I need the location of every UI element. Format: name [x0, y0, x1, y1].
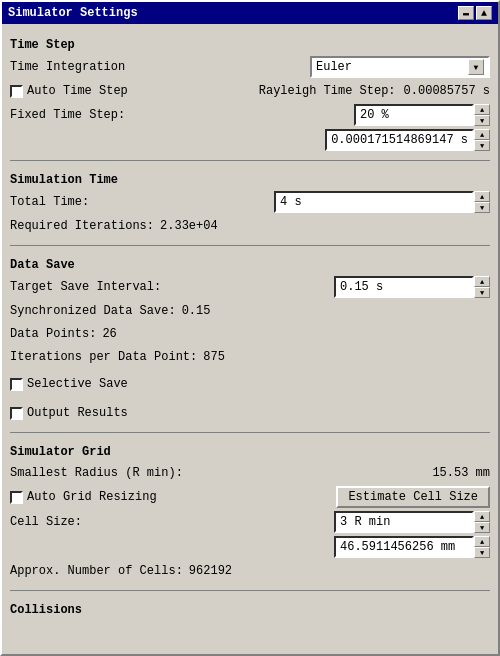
output-results-row: Output Results: [10, 403, 490, 423]
data-points-row: Data Points: 26: [10, 324, 490, 344]
fixed-time-value: 0.000171514869147 s: [331, 133, 468, 147]
cell-size-spinner-buttons: ▲ ▼: [474, 511, 490, 533]
target-save-spinner: 0.15 s ▲ ▼: [334, 276, 490, 298]
section-collisions: Collisions: [10, 603, 490, 617]
selective-save-checkbox[interactable]: [10, 378, 23, 391]
auto-grid-row: Auto Grid Resizing Estimate Cell Size: [10, 486, 490, 508]
cell-size-value: 3 R min: [340, 515, 390, 529]
total-time-down-btn[interactable]: ▼: [474, 202, 490, 213]
auto-time-step-label: Auto Time Step: [27, 84, 128, 98]
required-iterations-row: Required Iterations: 2.33e+04: [10, 216, 490, 236]
sync-data-label: Synchronized Data Save:: [10, 304, 176, 318]
fixed-pct-input[interactable]: 20 %: [354, 104, 474, 126]
approx-cells-value: 962192: [189, 564, 232, 578]
section-simulator-grid: Simulator Grid: [10, 445, 490, 459]
content-area: Time Step Time Integration Euler ▼ Auto …: [2, 24, 498, 654]
cell-size-mm-down-btn[interactable]: ▼: [474, 547, 490, 558]
auto-grid-checkbox[interactable]: [10, 491, 23, 504]
dropdown-arrow-icon: ▼: [468, 59, 484, 75]
cell-size-down-btn[interactable]: ▼: [474, 522, 490, 533]
approx-cells-row: Approx. Number of Cells: 962192: [10, 561, 490, 581]
approx-cells-label: Approx. Number of Cells:: [10, 564, 183, 578]
auto-time-step-checkbox[interactable]: [10, 85, 23, 98]
total-time-label: Total Time:: [10, 195, 89, 209]
data-points-label: Data Points:: [10, 327, 96, 341]
cell-size-spinner: 3 R min ▲ ▼: [334, 511, 490, 533]
maximize-button[interactable]: ▲: [476, 6, 492, 20]
auto-time-step-row: Auto Time Step Rayleigh Time Step: 0.000…: [10, 81, 490, 101]
divider-1: [10, 160, 490, 161]
fixed-time-step-label: Fixed Time Step:: [10, 108, 125, 122]
window-title: Simulator Settings: [8, 6, 138, 20]
section-time-step: Time Step: [10, 38, 490, 52]
selective-save-wrapper: Selective Save: [10, 377, 128, 391]
target-save-up-btn[interactable]: ▲: [474, 276, 490, 287]
output-results-label: Output Results: [27, 406, 128, 420]
target-save-row: Target Save Interval: 0.15 s ▲ ▼: [10, 276, 490, 298]
total-time-spinner: 4 s ▲ ▼: [274, 191, 490, 213]
time-integration-value: Euler: [316, 60, 352, 74]
data-points-value: 26: [102, 327, 116, 341]
selective-save-label: Selective Save: [27, 377, 128, 391]
fixed-time-input[interactable]: 0.000171514869147 s: [325, 129, 474, 151]
fixed-time-value-row: 0.000171514869147 s ▲ ▼: [10, 129, 490, 151]
time-integration-select[interactable]: Euler ▼: [310, 56, 490, 78]
output-results-wrapper: Output Results: [10, 406, 128, 420]
fixed-time-up-btn[interactable]: ▲: [474, 129, 490, 140]
total-time-spinner-buttons: ▲ ▼: [474, 191, 490, 213]
target-save-input[interactable]: 0.15 s: [334, 276, 474, 298]
fixed-time-spinner: 0.000171514869147 s ▲ ▼: [325, 129, 490, 151]
sync-data-value: 0.15: [182, 304, 211, 318]
target-save-value: 0.15 s: [340, 280, 383, 294]
fixed-pct-value: 20 %: [360, 108, 389, 122]
target-save-down-btn[interactable]: ▼: [474, 287, 490, 298]
time-integration-row: Time Integration Euler ▼: [10, 56, 490, 78]
cell-size-input[interactable]: 3 R min: [334, 511, 474, 533]
fixed-pct-up-btn[interactable]: ▲: [474, 104, 490, 115]
smallest-radius-label: Smallest Radius (R min):: [10, 466, 183, 480]
cell-size-row: Cell Size: 3 R min ▲ ▼: [10, 511, 490, 533]
output-results-checkbox[interactable]: [10, 407, 23, 420]
section-data-save: Data Save: [10, 258, 490, 272]
iterations-per-label: Iterations per Data Point:: [10, 350, 197, 364]
target-save-label: Target Save Interval:: [10, 280, 161, 294]
rayleigh-label: Rayleigh Time Step:: [259, 84, 396, 98]
total-time-up-btn[interactable]: ▲: [474, 191, 490, 202]
target-save-spinner-buttons: ▲ ▼: [474, 276, 490, 298]
cell-size-mm-row: 46.5911456256 mm ▲ ▼: [10, 536, 490, 558]
divider-4: [10, 590, 490, 591]
auto-grid-wrapper: Auto Grid Resizing: [10, 490, 157, 504]
cell-size-label: Cell Size:: [10, 515, 82, 529]
sync-data-row: Synchronized Data Save: 0.15: [10, 301, 490, 321]
auto-time-step-checkbox-wrapper: Auto Time Step: [10, 84, 128, 98]
fixed-time-step-row: Fixed Time Step: 20 % ▲ ▼: [10, 104, 490, 126]
time-integration-label: Time Integration: [10, 60, 170, 74]
fixed-time-spinner-buttons: ▲ ▼: [474, 129, 490, 151]
required-iterations-label: Required Iterations:: [10, 219, 154, 233]
rayleigh-value: 0.00085757 s: [404, 84, 490, 98]
section-simulation-time: Simulation Time: [10, 173, 490, 187]
window: Simulator Settings ▬ ▲ Time Step Time In…: [0, 0, 500, 656]
fixed-pct-spinner-buttons: ▲ ▼: [474, 104, 490, 126]
cell-size-mm-up-btn[interactable]: ▲: [474, 536, 490, 547]
fixed-pct-spinner: 20 % ▲ ▼: [354, 104, 490, 126]
total-time-row: Total Time: 4 s ▲ ▼: [10, 191, 490, 213]
cell-size-mm-input[interactable]: 46.5911456256 mm: [334, 536, 474, 558]
fixed-time-down-btn[interactable]: ▼: [474, 140, 490, 151]
required-iterations-value: 2.33e+04: [160, 219, 218, 233]
minimize-button[interactable]: ▬: [458, 6, 474, 20]
divider-3: [10, 432, 490, 433]
cell-size-mm-spinner-buttons: ▲ ▼: [474, 536, 490, 558]
fixed-pct-down-btn[interactable]: ▼: [474, 115, 490, 126]
total-time-value: 4 s: [280, 195, 302, 209]
total-time-input[interactable]: 4 s: [274, 191, 474, 213]
iterations-per-value: 875: [203, 350, 225, 364]
cell-size-up-btn[interactable]: ▲: [474, 511, 490, 522]
cell-size-mm-value: 46.5911456256 mm: [340, 540, 455, 554]
divider-2: [10, 245, 490, 246]
auto-grid-label: Auto Grid Resizing: [27, 490, 157, 504]
estimate-cell-size-button[interactable]: Estimate Cell Size: [336, 486, 490, 508]
iterations-per-row: Iterations per Data Point: 875: [10, 347, 490, 367]
smallest-radius-value: 15.53 mm: [432, 466, 490, 480]
cell-size-mm-spinner: 46.5911456256 mm ▲ ▼: [334, 536, 490, 558]
